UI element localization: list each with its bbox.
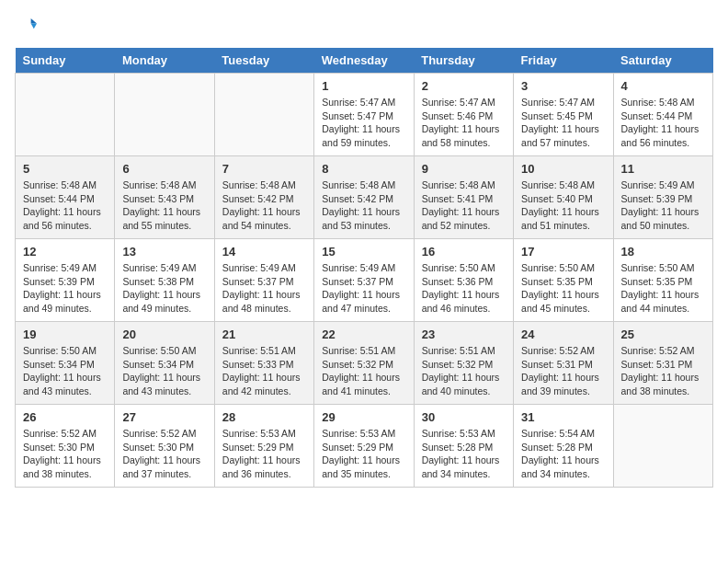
day-number: 5 bbox=[23, 162, 107, 176]
day-info: Sunrise: 5:50 AM Sunset: 5:34 PM Dayligh… bbox=[23, 344, 107, 398]
day-number: 28 bbox=[222, 410, 306, 424]
calendar-cell bbox=[115, 74, 214, 156]
calendar-cell: 21Sunrise: 5:51 AM Sunset: 5:33 PM Dayli… bbox=[214, 322, 313, 405]
day-number: 26 bbox=[23, 410, 107, 424]
calendar-cell bbox=[16, 74, 115, 156]
day-info: Sunrise: 5:48 AM Sunset: 5:42 PM Dayligh… bbox=[322, 178, 405, 233]
calendar-cell: 1Sunrise: 5:47 AM Sunset: 5:47 PM Daylig… bbox=[314, 74, 414, 156]
day-number: 31 bbox=[521, 410, 605, 424]
calendar-cell: 16Sunrise: 5:50 AM Sunset: 5:36 PM Dayli… bbox=[414, 239, 513, 322]
calendar-cell bbox=[613, 405, 712, 488]
calendar-cell: 24Sunrise: 5:52 AM Sunset: 5:31 PM Dayli… bbox=[514, 322, 613, 405]
calendar-cell: 8Sunrise: 5:48 AM Sunset: 5:42 PM Daylig… bbox=[314, 156, 414, 239]
day-number: 17 bbox=[521, 245, 605, 259]
day-number: 13 bbox=[122, 245, 206, 259]
day-number: 19 bbox=[23, 327, 107, 341]
day-info: Sunrise: 5:48 AM Sunset: 5:41 PM Dayligh… bbox=[422, 178, 506, 233]
logo-icon bbox=[15, 15, 37, 37]
col-header-monday: Monday bbox=[115, 48, 214, 74]
day-info: Sunrise: 5:50 AM Sunset: 5:34 PM Dayligh… bbox=[122, 344, 206, 398]
calendar-cell: 10Sunrise: 5:48 AM Sunset: 5:40 PM Dayli… bbox=[514, 156, 613, 239]
day-info: Sunrise: 5:49 AM Sunset: 5:39 PM Dayligh… bbox=[621, 178, 705, 233]
day-info: Sunrise: 5:48 AM Sunset: 5:43 PM Dayligh… bbox=[122, 178, 206, 233]
calendar-cell: 27Sunrise: 5:52 AM Sunset: 5:30 PM Dayli… bbox=[115, 405, 214, 488]
day-info: Sunrise: 5:51 AM Sunset: 5:33 PM Dayligh… bbox=[222, 344, 306, 398]
calendar-cell: 6Sunrise: 5:48 AM Sunset: 5:43 PM Daylig… bbox=[115, 156, 214, 239]
day-info: Sunrise: 5:47 AM Sunset: 5:47 PM Dayligh… bbox=[322, 96, 405, 150]
col-header-saturday: Saturday bbox=[613, 48, 712, 74]
day-number: 20 bbox=[122, 327, 206, 341]
calendar-cell: 29Sunrise: 5:53 AM Sunset: 5:29 PM Dayli… bbox=[314, 405, 414, 488]
day-info: Sunrise: 5:52 AM Sunset: 5:31 PM Dayligh… bbox=[621, 344, 705, 398]
calendar-table: SundayMondayTuesdayWednesdayThursdayFrid… bbox=[15, 48, 713, 488]
day-info: Sunrise: 5:48 AM Sunset: 5:44 PM Dayligh… bbox=[23, 178, 107, 233]
day-info: Sunrise: 5:49 AM Sunset: 5:37 PM Dayligh… bbox=[322, 261, 405, 316]
day-number: 30 bbox=[422, 410, 506, 424]
day-number: 27 bbox=[122, 410, 206, 424]
calendar-cell: 2Sunrise: 5:47 AM Sunset: 5:46 PM Daylig… bbox=[414, 74, 513, 156]
col-header-friday: Friday bbox=[514, 48, 613, 74]
day-number: 7 bbox=[222, 162, 306, 176]
col-header-wednesday: Wednesday bbox=[314, 48, 414, 74]
calendar-cell: 11Sunrise: 5:49 AM Sunset: 5:39 PM Dayli… bbox=[613, 156, 712, 239]
day-number: 25 bbox=[621, 327, 705, 341]
calendar-cell: 14Sunrise: 5:49 AM Sunset: 5:37 PM Dayli… bbox=[214, 239, 313, 322]
day-info: Sunrise: 5:52 AM Sunset: 5:30 PM Dayligh… bbox=[122, 427, 206, 481]
day-number: 3 bbox=[521, 79, 605, 93]
calendar-cell: 12Sunrise: 5:49 AM Sunset: 5:39 PM Dayli… bbox=[16, 239, 115, 322]
day-info: Sunrise: 5:49 AM Sunset: 5:38 PM Dayligh… bbox=[122, 261, 206, 316]
day-info: Sunrise: 5:48 AM Sunset: 5:42 PM Dayligh… bbox=[222, 178, 306, 233]
calendar-header-row: SundayMondayTuesdayWednesdayThursdayFrid… bbox=[16, 48, 713, 74]
day-number: 10 bbox=[521, 162, 605, 176]
day-number: 22 bbox=[322, 327, 405, 341]
day-info: Sunrise: 5:47 AM Sunset: 5:46 PM Dayligh… bbox=[422, 96, 506, 150]
day-info: Sunrise: 5:54 AM Sunset: 5:28 PM Dayligh… bbox=[521, 427, 605, 481]
col-header-thursday: Thursday bbox=[414, 48, 513, 74]
day-info: Sunrise: 5:50 AM Sunset: 5:35 PM Dayligh… bbox=[521, 261, 605, 316]
day-info: Sunrise: 5:52 AM Sunset: 5:30 PM Dayligh… bbox=[23, 427, 107, 481]
calendar-cell: 15Sunrise: 5:49 AM Sunset: 5:37 PM Dayli… bbox=[314, 239, 414, 322]
calendar-cell: 19Sunrise: 5:50 AM Sunset: 5:34 PM Dayli… bbox=[16, 322, 115, 405]
day-number: 29 bbox=[322, 410, 405, 424]
day-number: 8 bbox=[322, 162, 405, 176]
day-info: Sunrise: 5:52 AM Sunset: 5:31 PM Dayligh… bbox=[521, 344, 605, 398]
calendar-cell: 18Sunrise: 5:50 AM Sunset: 5:35 PM Dayli… bbox=[613, 239, 712, 322]
day-number: 24 bbox=[521, 327, 605, 341]
day-number: 6 bbox=[122, 162, 206, 176]
day-number: 11 bbox=[621, 162, 705, 176]
day-info: Sunrise: 5:53 AM Sunset: 5:29 PM Dayligh… bbox=[222, 427, 306, 481]
day-info: Sunrise: 5:48 AM Sunset: 5:40 PM Dayligh… bbox=[521, 178, 605, 233]
col-header-sunday: Sunday bbox=[16, 48, 115, 74]
day-number: 14 bbox=[222, 245, 306, 259]
calendar-week-4: 19Sunrise: 5:50 AM Sunset: 5:34 PM Dayli… bbox=[16, 322, 713, 405]
calendar-cell: 20Sunrise: 5:50 AM Sunset: 5:34 PM Dayli… bbox=[115, 322, 214, 405]
logo bbox=[15, 15, 40, 37]
day-info: Sunrise: 5:51 AM Sunset: 5:32 PM Dayligh… bbox=[422, 344, 506, 398]
calendar-cell: 4Sunrise: 5:48 AM Sunset: 5:44 PM Daylig… bbox=[613, 74, 712, 156]
day-number: 1 bbox=[322, 79, 405, 93]
calendar-cell: 22Sunrise: 5:51 AM Sunset: 5:32 PM Dayli… bbox=[314, 322, 414, 405]
svg-marker-1 bbox=[31, 24, 37, 29]
day-info: Sunrise: 5:50 AM Sunset: 5:35 PM Dayligh… bbox=[621, 261, 705, 316]
calendar-week-5: 26Sunrise: 5:52 AM Sunset: 5:30 PM Dayli… bbox=[16, 405, 713, 488]
day-number: 23 bbox=[422, 327, 506, 341]
day-info: Sunrise: 5:49 AM Sunset: 5:37 PM Dayligh… bbox=[222, 261, 306, 316]
calendar-cell: 25Sunrise: 5:52 AM Sunset: 5:31 PM Dayli… bbox=[613, 322, 712, 405]
calendar-cell: 31Sunrise: 5:54 AM Sunset: 5:28 PM Dayli… bbox=[514, 405, 613, 488]
calendar-cell bbox=[214, 74, 313, 156]
calendar-week-1: 1Sunrise: 5:47 AM Sunset: 5:47 PM Daylig… bbox=[16, 74, 713, 156]
day-info: Sunrise: 5:51 AM Sunset: 5:32 PM Dayligh… bbox=[322, 344, 405, 398]
calendar-cell: 13Sunrise: 5:49 AM Sunset: 5:38 PM Dayli… bbox=[115, 239, 214, 322]
svg-marker-0 bbox=[31, 18, 37, 24]
day-number: 2 bbox=[422, 79, 506, 93]
day-info: Sunrise: 5:49 AM Sunset: 5:39 PM Dayligh… bbox=[23, 261, 107, 316]
day-number: 15 bbox=[322, 245, 405, 259]
day-number: 12 bbox=[23, 245, 107, 259]
day-number: 18 bbox=[621, 245, 705, 259]
calendar-cell: 3Sunrise: 5:47 AM Sunset: 5:45 PM Daylig… bbox=[514, 74, 613, 156]
day-number: 16 bbox=[422, 245, 506, 259]
day-info: Sunrise: 5:53 AM Sunset: 5:29 PM Dayligh… bbox=[322, 427, 405, 481]
calendar-week-2: 5Sunrise: 5:48 AM Sunset: 5:44 PM Daylig… bbox=[16, 156, 713, 239]
day-info: Sunrise: 5:48 AM Sunset: 5:44 PM Dayligh… bbox=[621, 96, 705, 150]
calendar-cell: 17Sunrise: 5:50 AM Sunset: 5:35 PM Dayli… bbox=[514, 239, 613, 322]
